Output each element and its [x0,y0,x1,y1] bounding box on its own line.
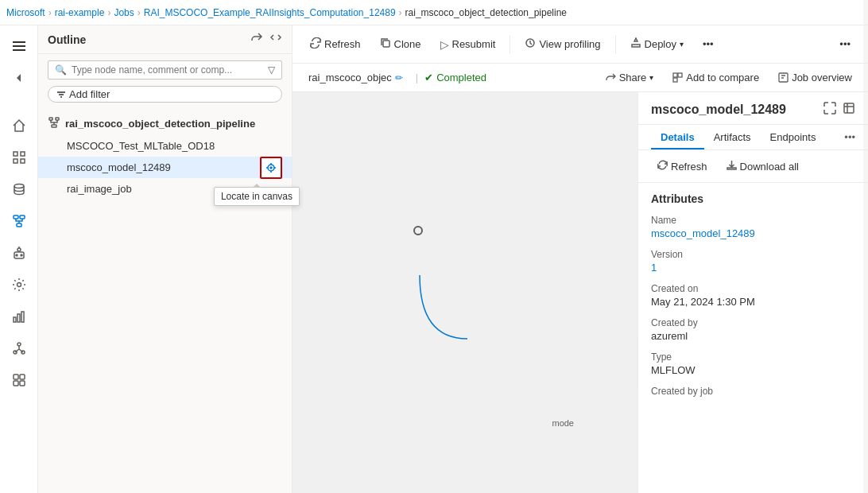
content-area: Refresh Clone ▷ Resubmit View profiling [293,25,868,493]
tree-item-model[interactable]: mscoco_model_12489 Locate in canvas [38,157,292,178]
mltable-tree-label: MSCOCO_Test_MLTable_OD18 [67,140,215,152]
search-input[interactable] [72,64,263,76]
nav-gear-icon[interactable] [5,270,33,299]
rp-download-all-button[interactable]: Download all [720,157,805,176]
rp-refresh-icon [657,160,668,173]
menu-toggle-icon[interactable] [5,32,33,60]
filter-icon[interactable]: ▽ [268,64,275,76]
locate-canvas-tooltip: Locate in canvas [214,187,300,206]
svg-rect-27 [56,118,59,120]
outline-tree: rai_mscoco_object_detection_pipeline MSC… [38,109,292,203]
rp-refresh-label: Refresh [671,161,707,173]
attributes-section: Attributes Name mscoco_model_12489 Versi… [638,183,868,493]
refresh-label: Refresh [324,38,361,50]
svg-rect-41 [844,103,854,113]
add-filter-button[interactable]: Add filter [48,86,282,103]
flow-lines-svg [293,92,637,493]
svg-point-11 [17,248,21,251]
more-icon: ••• [703,38,714,50]
attributes-heading: Attributes [651,192,855,205]
breadcrumb-job-name[interactable]: RAI_MSCOCO_Example_RAIInsights_Computati… [144,7,396,18]
panel-fullscreen-icon[interactable] [843,102,855,118]
deploy-label: Deploy [645,38,676,50]
rp-download-icon [727,160,737,173]
right-panel-tab-more[interactable]: ••• [844,131,855,143]
add-to-compare-button[interactable]: Add to compare [666,69,765,86]
svg-rect-8 [14,215,18,219]
attr-value-created-on: May 21, 2024 1:30 PM [651,296,855,308]
resubmit-button[interactable]: ▷ Resubmit [432,34,504,55]
nav-data-icon[interactable] [5,175,33,204]
attr-row-version: Version 1 [651,249,855,274]
tab-endpoints[interactable]: Endpoints [761,125,826,149]
attr-row-created-by: Created by azureml [651,317,855,342]
nav-back-icon[interactable] [5,64,33,92]
breadcrumb-rai-example[interactable]: rai-example [55,7,105,18]
nav-chart-icon[interactable] [5,302,33,331]
far-more-button[interactable]: ••• [831,34,858,54]
main-toolbar: Refresh Clone ▷ Resubmit View profiling [293,25,868,64]
model-text: mode [552,418,574,428]
outline-share-icon[interactable] [250,32,263,47]
nav-robot-icon[interactable] [5,239,33,267]
tree-item-mltable[interactable]: MSCOCO_Test_MLTable_OD18 [38,135,292,157]
tab-artifacts[interactable]: Artifacts [704,125,761,149]
tree-item-pipeline[interactable]: rai_mscoco_object_detection_pipeline [38,112,292,135]
view-profiling-button[interactable]: View profiling [517,33,608,55]
outline-title: Outline [48,33,86,46]
pipeline-tree-icon [48,117,60,130]
svg-point-14 [21,254,22,256]
attr-value-created-by: azureml [651,330,855,342]
nav-bottom-icon[interactable] [5,366,33,394]
deploy-icon [630,37,641,51]
tab-edit-icon[interactable]: ✏ [395,72,403,83]
job-overview-button[interactable]: Job overview [772,69,858,86]
svg-rect-0 [13,41,25,43]
rp-refresh-button[interactable]: Refresh [651,157,714,176]
outline-panel: Outline 🔍 ▽ Add filter [38,25,293,493]
breadcrumb-jobs[interactable]: Jobs [114,7,134,18]
attr-label-created-by: Created by [651,317,855,328]
more-options-button[interactable]: ••• [695,34,722,54]
svg-rect-16 [14,317,16,322]
refresh-button[interactable]: Refresh [302,33,369,55]
svg-point-7 [14,184,24,188]
attr-value-type: MLFLOW [651,364,855,376]
tab-details[interactable]: Details [651,125,704,149]
svg-point-37 [414,227,422,235]
far-more-icon: ••• [839,38,851,50]
panel-expand-icon[interactable] [823,102,836,118]
locate-in-canvas-button[interactable] [260,157,282,179]
nav-pipeline-icon[interactable] [5,207,33,235]
svg-rect-22 [14,375,18,379]
outline-header-icons [250,32,282,47]
job-tab[interactable]: rai_mscoco_objec ✏ [302,68,409,87]
toolbar-divider-2 [615,35,616,54]
view-profiling-label: View profiling [539,38,600,50]
deploy-button[interactable]: Deploy ▾ [622,33,692,55]
attr-row-name: Name mscoco_model_12489 [651,215,855,239]
svg-rect-28 [52,125,56,127]
pipeline-tree-label: rai_mscoco_object_detection_pipeline [65,118,255,130]
svg-rect-23 [20,375,25,379]
nav-grid-icon[interactable] [5,143,33,172]
clone-button[interactable]: Clone [372,33,429,55]
breadcrumb-microsoft[interactable]: Microsoft [6,7,45,18]
outline-collapse-icon[interactable] [269,32,282,47]
svg-rect-5 [14,159,17,163]
attr-row-type: Type MLFLOW [651,351,855,376]
canvas-area[interactable]: mscoco_model_12489 mscoco_model_12489 v … [293,92,637,493]
check-icon: ✔ [424,72,433,83]
share-chevron[interactable]: ▾ [649,73,653,82]
svg-rect-4 [21,152,25,156]
nav-home-icon[interactable] [5,111,33,140]
clone-icon [380,37,391,51]
svg-rect-1 [13,45,25,47]
outline-search-box[interactable]: 🔍 ▽ [48,60,282,80]
nav-nodes-icon[interactable] [5,334,33,363]
deploy-chevron-icon[interactable]: ▾ [680,40,684,49]
svg-rect-17 [17,314,20,322]
share-button[interactable]: Share ▾ [599,69,661,86]
attr-value-name[interactable]: mscoco_model_12489 [651,227,855,239]
svg-point-30 [270,167,272,169]
